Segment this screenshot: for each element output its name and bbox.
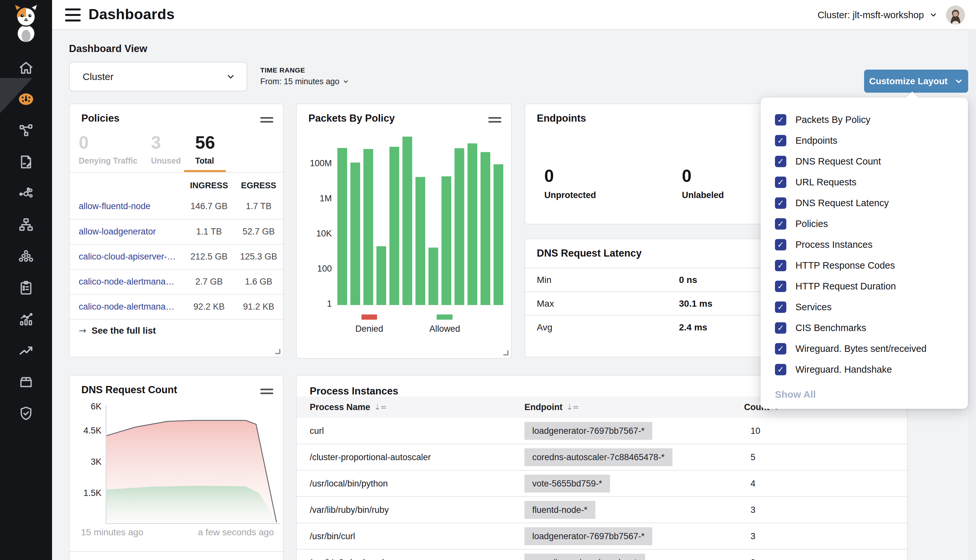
- legend-allowed-swatch[interactable]: [437, 315, 452, 320]
- checkbox-checked-icon[interactable]: ✓: [775, 177, 786, 188]
- checkbox-checked-icon[interactable]: ✓: [775, 156, 786, 167]
- checkbox-checked-icon[interactable]: ✓: [775, 281, 786, 292]
- policy-name-link[interactable]: calico-node-alertmana…: [79, 277, 184, 287]
- bar-allowed[interactable]: [415, 177, 425, 305]
- bar-allowed[interactable]: [442, 176, 451, 305]
- sort-icon[interactable]: ⇣=: [566, 403, 579, 412]
- checkbox-checked-icon[interactable]: ✓: [775, 135, 786, 146]
- drag-handle-icon[interactable]: [260, 388, 273, 396]
- policy-name-link[interactable]: allow-loadgenerator: [79, 227, 184, 237]
- area-successful: [106, 486, 277, 522]
- menu-toggle-button[interactable]: [65, 8, 81, 22]
- vertical-scrollbar[interactable]: [968, 30, 976, 560]
- legend-allowed-label[interactable]: Allowed: [420, 324, 469, 334]
- checkbox-checked-icon[interactable]: ✓: [775, 343, 786, 355]
- top-bar: Dashboards Cluster: jlt-msft-workshop: [52, 0, 976, 30]
- bar-allowed[interactable]: [480, 152, 490, 305]
- nav-trend-icon[interactable]: [18, 342, 34, 359]
- column-process-name[interactable]: Process Name⇣=: [310, 397, 387, 418]
- endpoint-chip[interactable]: loadgenerator-7697bb7567-*: [524, 527, 652, 545]
- nav-analytics-icon[interactable]: [18, 311, 34, 327]
- layout-toggle-item[interactable]: ✓URL Requests: [761, 172, 968, 193]
- customize-layout-button[interactable]: Customize Layout: [864, 70, 968, 93]
- endpoint-chip[interactable]: vote-5655bd759-*: [524, 475, 610, 492]
- layout-toggle-item[interactable]: ✓HTTP Request Duration: [761, 276, 968, 297]
- show-all-link[interactable]: Show All: [775, 389, 816, 400]
- nav-network-icon[interactable]: [18, 122, 34, 138]
- checkbox-checked-icon[interactable]: ✓: [775, 114, 786, 125]
- column-egress[interactable]: EGRESS: [234, 180, 283, 190]
- stat-total[interactable]: 56 Total: [195, 133, 215, 165]
- stat-denying-traffic[interactable]: 0 Denying Traffic: [79, 133, 138, 165]
- checkbox-checked-icon[interactable]: ✓: [775, 322, 786, 334]
- policy-name-link[interactable]: calico-cloud-apiserver-…: [79, 252, 184, 262]
- layout-toggle-item[interactable]: ✓Endpoints: [761, 130, 968, 151]
- endpoint-chip[interactable]: fluentd-node-*: [524, 501, 596, 519]
- layout-toggle-item[interactable]: ✓HTTP Response Codes: [761, 255, 968, 276]
- bar-allowed[interactable]: [402, 137, 412, 305]
- nav-service-graph-icon[interactable]: [18, 185, 34, 202]
- checkbox-checked-icon[interactable]: ✓: [775, 302, 786, 313]
- bar-allowed[interactable]: [350, 163, 360, 305]
- bar-allowed[interactable]: [389, 147, 399, 305]
- policy-row: calico-node-alertmana…92.2 KB91.2 KB: [70, 294, 283, 319]
- bar-allowed[interactable]: [429, 247, 438, 305]
- endpoint-chip[interactable]: coredns-autoscaler-7c88465478-*: [524, 448, 672, 466]
- see-full-list-link[interactable]: → See the full list: [79, 325, 156, 336]
- stat-unused[interactable]: 3 Unused: [151, 133, 181, 165]
- checkbox-checked-icon[interactable]: ✓: [775, 197, 786, 209]
- process-row: /usr/bin/kube-benchcompliance-benchmarke…: [297, 550, 907, 560]
- latency-row: Min0 ns: [525, 268, 789, 292]
- checkbox-checked-icon[interactable]: ✓: [775, 239, 786, 250]
- layout-toggle-item[interactable]: ✓CIS Benchmarks: [761, 317, 968, 338]
- dns-count-legend-row[interactable]: Successful 5,572: [70, 557, 283, 560]
- checkbox-checked-icon[interactable]: ✓: [775, 364, 786, 375]
- nav-compliance-icon[interactable]: [18, 280, 34, 296]
- panel-resize-handle[interactable]: [275, 349, 280, 354]
- policy-name-link[interactable]: calico-node-alertmana…: [79, 302, 184, 312]
- chevron-down-icon: [342, 78, 349, 85]
- layout-toggle-label: DNS Request Count: [796, 156, 881, 167]
- panel-resize-handle[interactable]: [503, 350, 509, 355]
- bar-allowed[interactable]: [337, 148, 347, 305]
- endpoint-chip[interactable]: compliance-benchmarker-*: [524, 553, 645, 560]
- layout-toggle-item[interactable]: ✓DNS Request Latency: [761, 193, 968, 213]
- nav-shield-icon[interactable]: [18, 405, 34, 422]
- nav-package-icon[interactable]: [18, 374, 34, 390]
- calico-cat-logo: [8, 3, 44, 44]
- nav-home-icon[interactable]: [18, 60, 34, 76]
- legend-denied-swatch[interactable]: [362, 315, 377, 320]
- layout-toggle-item[interactable]: ✓Packets By Policy: [761, 109, 968, 130]
- layout-toggle-item[interactable]: ✓DNS Request Count: [761, 151, 968, 172]
- legend-denied-label[interactable]: Denied: [345, 324, 394, 334]
- bar-allowed[interactable]: [376, 246, 386, 305]
- column-endpoint[interactable]: Endpoint⇣=: [524, 397, 579, 418]
- sort-icon[interactable]: ⇣=: [374, 403, 387, 412]
- cluster-switcher[interactable]: Cluster: jlt-msft-workshop: [818, 10, 938, 20]
- checkbox-checked-icon[interactable]: ✓: [775, 218, 786, 230]
- endpoint-chip[interactable]: loadgenerator-7697bb7567-*: [524, 422, 652, 440]
- layout-toggle-item[interactable]: ✓Policies: [761, 213, 968, 234]
- layout-toggle-item[interactable]: ✓Wireguard. Bytes sent/received: [761, 338, 968, 359]
- dashboard-view-select[interactable]: Cluster: [69, 62, 247, 92]
- bar-allowed[interactable]: [494, 164, 503, 305]
- nav-cluster-nodes-icon[interactable]: [18, 248, 34, 264]
- column-ingress[interactable]: INGRESS: [184, 180, 234, 190]
- nav-hierarchy-icon[interactable]: [18, 217, 34, 233]
- bar-allowed[interactable]: [467, 143, 477, 305]
- drag-handle-icon[interactable]: [488, 117, 501, 124]
- layout-toggle-item[interactable]: ✓Process Instances: [761, 234, 968, 255]
- cluster-switcher-label: Cluster: jlt-msft-workshop: [818, 10, 924, 20]
- bar-allowed[interactable]: [364, 149, 373, 305]
- layout-toggle-item[interactable]: ✓Services: [761, 297, 968, 317]
- layout-toggle-item[interactable]: ✓Wireguard. Handshake: [761, 359, 968, 380]
- time-range-value: From: 15 minutes ago: [260, 77, 339, 86]
- user-avatar[interactable]: [946, 5, 965, 24]
- bar-allowed[interactable]: [454, 148, 464, 305]
- checkbox-checked-icon[interactable]: ✓: [775, 260, 786, 271]
- time-range-selector[interactable]: From: 15 minutes ago: [260, 77, 349, 86]
- drag-handle-icon[interactable]: [260, 117, 273, 124]
- policy-name-link[interactable]: allow-fluentd-node: [79, 201, 184, 212]
- nav-policies-icon[interactable]: [18, 154, 34, 170]
- nav-dashboard-icon[interactable]: [18, 91, 34, 107]
